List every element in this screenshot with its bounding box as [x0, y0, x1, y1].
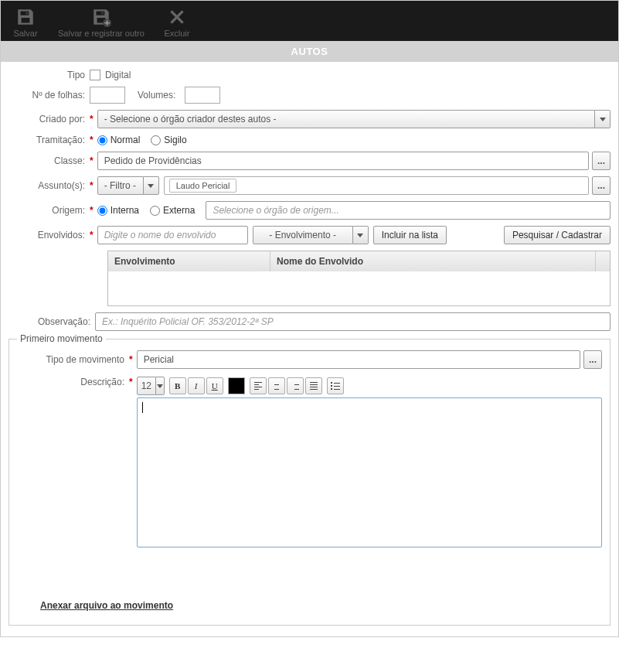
envolvimento-select[interactable]: - Envolvimento -	[253, 226, 369, 244]
assunto-tag[interactable]: Laudo Pericial	[169, 179, 237, 193]
descricao-label: Descrição:	[17, 377, 129, 387]
classe-lookup-button[interactable]: ...	[592, 152, 610, 170]
origem-externa-radio[interactable]: Externa	[150, 205, 195, 216]
envolvidos-table: Envolvimento Nome do Envolvido	[107, 251, 610, 306]
table-col-nome: Nome do Envolvido	[270, 251, 596, 271]
criado-por-value: - Selecione o órgão criador destes autos…	[97, 110, 595, 128]
criado-por-label: Criado por:	[9, 114, 90, 125]
origem-orgao-input[interactable]	[206, 201, 610, 220]
delete-icon	[165, 7, 189, 27]
folhas-label: Nº de folhas:	[9, 90, 90, 101]
align-justify-button[interactable]	[305, 377, 322, 394]
tipo-movimento-lookup-button[interactable]: ...	[583, 350, 602, 369]
bullet-list-button[interactable]	[327, 377, 344, 394]
required-marker: *	[129, 377, 133, 387]
origem-interna-radio[interactable]: Interna	[97, 205, 139, 216]
digital-label: Digital	[105, 70, 131, 80]
classe-input[interactable]	[97, 152, 589, 170]
chevron-down-icon	[595, 110, 610, 128]
observacao-label: Observação:	[9, 316, 95, 327]
required-marker: *	[90, 155, 94, 166]
save-and-new-button[interactable]: Salvar e registrar outro	[52, 5, 151, 39]
save-label: Salvar	[13, 29, 37, 38]
delete-label: Excluir	[164, 29, 189, 38]
chevron-down-icon	[144, 176, 159, 195]
primeiro-movimento-fieldset: Primeiro movimento Tipo de movimento * .…	[9, 339, 610, 626]
save-button[interactable]: Salvar	[4, 5, 47, 39]
observacao-input[interactable]	[95, 312, 610, 331]
main-toolbar: Salvar Salvar e registrar outro Excluir	[1, 1, 618, 41]
digital-checkbox[interactable]	[90, 70, 100, 80]
font-size-select[interactable]: 12	[137, 377, 165, 395]
table-col-envolvimento: Envolvimento	[108, 251, 270, 271]
required-marker: *	[90, 205, 94, 216]
origem-label: Origem:	[9, 205, 90, 216]
font-size-value: 12	[137, 377, 156, 395]
chevron-down-icon	[156, 377, 165, 395]
required-marker: *	[90, 180, 94, 191]
align-left-button[interactable]	[250, 377, 267, 394]
align-center-button[interactable]	[268, 377, 285, 394]
delete-button[interactable]: Excluir	[155, 5, 199, 39]
bold-button[interactable]: B	[169, 377, 186, 394]
envolvidos-label: Envolvidos:	[9, 230, 90, 240]
criado-por-select[interactable]: - Selecione o órgão criador destes autos…	[97, 110, 610, 128]
tipo-label: Tipo	[9, 70, 90, 80]
fieldset-title: Primeiro movimento	[17, 333, 106, 344]
volumes-input[interactable]	[185, 87, 220, 104]
tipo-movimento-input[interactable]	[137, 350, 580, 369]
align-right-button[interactable]	[287, 377, 304, 394]
assunto-filter-select[interactable]: - Filtro -	[97, 176, 159, 195]
rte-toolbar: 12 B I U	[137, 377, 602, 395]
save-new-label: Salvar e registrar outro	[58, 29, 145, 38]
envolvido-nome-input[interactable]	[97, 226, 248, 244]
incluir-na-lista-button[interactable]: Incluir na lista	[373, 226, 447, 244]
underline-button[interactable]: U	[206, 377, 223, 394]
required-marker: *	[90, 135, 94, 145]
page-title: AUTOS	[1, 41, 618, 62]
required-marker: *	[90, 114, 94, 125]
assuntos-label: Assunto(s):	[9, 180, 90, 191]
font-color-button[interactable]	[228, 377, 245, 394]
envolvimento-value: - Envolvimento -	[253, 226, 353, 244]
tramitacao-label: Tramitação:	[9, 135, 90, 145]
required-marker: *	[90, 230, 94, 240]
save-icon	[14, 7, 37, 27]
chevron-down-icon	[353, 226, 369, 244]
anexar-arquivo-link[interactable]: Anexar arquivo ao movimento	[40, 600, 173, 611]
tramitacao-sigilo-radio[interactable]: Sigilo	[151, 135, 186, 145]
tipo-movimento-label: Tipo de movimento	[17, 354, 129, 365]
save-plus-icon	[90, 7, 113, 27]
assunto-lookup-button[interactable]: ...	[592, 176, 610, 195]
descricao-editor[interactable]	[137, 397, 602, 547]
svg-rect-1	[101, 11, 104, 14]
required-marker: *	[129, 354, 133, 365]
volumes-label: Volumes:	[138, 90, 175, 101]
classe-label: Classe:	[9, 155, 90, 166]
svg-rect-0	[26, 11, 28, 14]
italic-button[interactable]: I	[188, 377, 205, 394]
table-body-empty	[108, 271, 610, 305]
assunto-filter-value: - Filtro -	[97, 176, 144, 195]
tramitacao-normal-radio[interactable]: Normal	[97, 135, 141, 145]
pesquisar-cadastrar-button[interactable]: Pesquisar / Cadastrar	[504, 226, 610, 244]
folhas-input[interactable]	[90, 87, 125, 104]
table-col-action	[596, 251, 610, 271]
